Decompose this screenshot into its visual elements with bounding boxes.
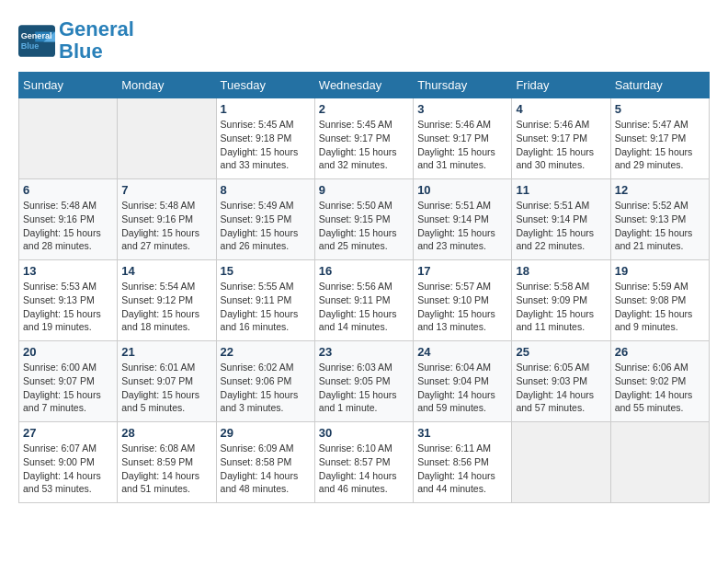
calendar-cell bbox=[118, 98, 216, 179]
day-info: Sunrise: 5:51 AM Sunset: 9:14 PM Dayligh… bbox=[516, 199, 606, 253]
calendar-cell: 4 Sunrise: 5:46 AM Sunset: 9:17 PM Dayli… bbox=[512, 98, 610, 179]
weekday-header: Monday bbox=[118, 73, 216, 98]
logo: General Blue General Blue bbox=[18, 18, 134, 63]
calendar-cell: 20 Sunrise: 6:00 AM Sunset: 9:07 PM Dayl… bbox=[19, 341, 118, 422]
calendar-cell bbox=[512, 422, 610, 503]
calendar-cell: 31 Sunrise: 6:11 AM Sunset: 8:56 PM Dayl… bbox=[414, 422, 512, 503]
day-number: 19 bbox=[615, 264, 705, 278]
logo-icon: General Blue bbox=[18, 25, 55, 57]
day-info: Sunrise: 6:01 AM Sunset: 9:07 PM Dayligh… bbox=[121, 361, 211, 415]
weekday-header: Sunday bbox=[19, 73, 118, 98]
day-info: Sunrise: 5:56 AM Sunset: 9:11 PM Dayligh… bbox=[319, 280, 409, 334]
day-info: Sunrise: 5:48 AM Sunset: 9:16 PM Dayligh… bbox=[23, 199, 113, 253]
calendar-cell: 18 Sunrise: 5:58 AM Sunset: 9:09 PM Dayl… bbox=[512, 260, 610, 341]
day-number: 31 bbox=[417, 426, 507, 440]
day-info: Sunrise: 6:02 AM Sunset: 9:06 PM Dayligh… bbox=[221, 361, 311, 415]
calendar-cell: 27 Sunrise: 6:07 AM Sunset: 9:00 PM Dayl… bbox=[19, 422, 118, 503]
day-info: Sunrise: 6:04 AM Sunset: 9:04 PM Dayligh… bbox=[417, 361, 507, 415]
calendar-cell: 22 Sunrise: 6:02 AM Sunset: 9:06 PM Dayl… bbox=[216, 341, 314, 422]
calendar-cell: 23 Sunrise: 6:03 AM Sunset: 9:05 PM Dayl… bbox=[314, 341, 413, 422]
calendar-week-row: 20 Sunrise: 6:00 AM Sunset: 9:07 PM Dayl… bbox=[19, 341, 710, 422]
day-info: Sunrise: 6:05 AM Sunset: 9:03 PM Dayligh… bbox=[516, 361, 606, 415]
logo-text-line1: General bbox=[59, 18, 134, 40]
calendar-cell: 6 Sunrise: 5:48 AM Sunset: 9:16 PM Dayli… bbox=[19, 179, 118, 260]
day-number: 3 bbox=[417, 102, 507, 116]
calendar-cell: 26 Sunrise: 6:06 AM Sunset: 9:02 PM Dayl… bbox=[610, 341, 709, 422]
calendar-cell: 25 Sunrise: 6:05 AM Sunset: 9:03 PM Dayl… bbox=[512, 341, 610, 422]
day-info: Sunrise: 5:58 AM Sunset: 9:09 PM Dayligh… bbox=[516, 280, 606, 334]
calendar-cell: 5 Sunrise: 5:47 AM Sunset: 9:17 PM Dayli… bbox=[610, 98, 709, 179]
calendar-cell: 11 Sunrise: 5:51 AM Sunset: 9:14 PM Dayl… bbox=[512, 179, 610, 260]
calendar-cell: 29 Sunrise: 6:09 AM Sunset: 8:58 PM Dayl… bbox=[216, 422, 314, 503]
day-number: 13 bbox=[23, 264, 113, 278]
calendar-week-row: 6 Sunrise: 5:48 AM Sunset: 9:16 PM Dayli… bbox=[19, 179, 710, 260]
calendar-cell: 17 Sunrise: 5:57 AM Sunset: 9:10 PM Dayl… bbox=[414, 260, 512, 341]
day-number: 17 bbox=[417, 264, 507, 278]
weekday-header: Friday bbox=[512, 73, 610, 98]
day-number: 1 bbox=[221, 102, 311, 116]
day-number: 29 bbox=[221, 426, 311, 440]
day-number: 21 bbox=[121, 345, 211, 359]
day-number: 16 bbox=[319, 264, 409, 278]
calendar-cell: 13 Sunrise: 5:53 AM Sunset: 9:13 PM Dayl… bbox=[19, 260, 118, 341]
day-number: 2 bbox=[319, 102, 409, 116]
day-info: Sunrise: 5:48 AM Sunset: 9:16 PM Dayligh… bbox=[121, 199, 211, 253]
calendar-cell: 30 Sunrise: 6:10 AM Sunset: 8:57 PM Dayl… bbox=[314, 422, 413, 503]
page-header: General Blue General Blue bbox=[18, 18, 710, 63]
calendar-cell bbox=[19, 98, 118, 179]
calendar-cell: 7 Sunrise: 5:48 AM Sunset: 9:16 PM Dayli… bbox=[118, 179, 216, 260]
calendar-cell: 28 Sunrise: 6:08 AM Sunset: 8:59 PM Dayl… bbox=[118, 422, 216, 503]
day-info: Sunrise: 5:47 AM Sunset: 9:17 PM Dayligh… bbox=[615, 118, 705, 172]
calendar-cell: 24 Sunrise: 6:04 AM Sunset: 9:04 PM Dayl… bbox=[414, 341, 512, 422]
day-number: 14 bbox=[121, 264, 211, 278]
calendar-cell: 3 Sunrise: 5:46 AM Sunset: 9:17 PM Dayli… bbox=[414, 98, 512, 179]
day-info: Sunrise: 5:52 AM Sunset: 9:13 PM Dayligh… bbox=[615, 199, 705, 253]
day-number: 9 bbox=[319, 183, 409, 197]
day-info: Sunrise: 6:03 AM Sunset: 9:05 PM Dayligh… bbox=[319, 361, 409, 415]
day-number: 22 bbox=[221, 345, 311, 359]
day-number: 30 bbox=[319, 426, 409, 440]
day-number: 11 bbox=[516, 183, 606, 197]
day-info: Sunrise: 5:49 AM Sunset: 9:15 PM Dayligh… bbox=[221, 199, 311, 253]
calendar-cell: 15 Sunrise: 5:55 AM Sunset: 9:11 PM Dayl… bbox=[216, 260, 314, 341]
day-info: Sunrise: 5:46 AM Sunset: 9:17 PM Dayligh… bbox=[516, 118, 606, 172]
day-number: 5 bbox=[615, 102, 705, 116]
day-number: 6 bbox=[23, 183, 113, 197]
calendar-table: SundayMondayTuesdayWednesdayThursdayFrid… bbox=[18, 72, 710, 503]
day-number: 23 bbox=[319, 345, 409, 359]
day-number: 27 bbox=[23, 426, 113, 440]
day-info: Sunrise: 6:06 AM Sunset: 9:02 PM Dayligh… bbox=[615, 361, 705, 415]
day-number: 12 bbox=[615, 183, 705, 197]
day-number: 4 bbox=[516, 102, 606, 116]
day-info: Sunrise: 5:57 AM Sunset: 9:10 PM Dayligh… bbox=[417, 280, 507, 334]
weekday-header: Tuesday bbox=[216, 73, 314, 98]
calendar-week-row: 27 Sunrise: 6:07 AM Sunset: 9:00 PM Dayl… bbox=[19, 422, 710, 503]
calendar-week-row: 1 Sunrise: 5:45 AM Sunset: 9:18 PM Dayli… bbox=[19, 98, 710, 179]
calendar-cell: 8 Sunrise: 5:49 AM Sunset: 9:15 PM Dayli… bbox=[216, 179, 314, 260]
day-info: Sunrise: 6:08 AM Sunset: 8:59 PM Dayligh… bbox=[121, 442, 211, 496]
day-info: Sunrise: 5:59 AM Sunset: 9:08 PM Dayligh… bbox=[615, 280, 705, 334]
calendar-cell: 16 Sunrise: 5:56 AM Sunset: 9:11 PM Dayl… bbox=[314, 260, 413, 341]
day-info: Sunrise: 6:09 AM Sunset: 8:58 PM Dayligh… bbox=[221, 442, 311, 496]
day-info: Sunrise: 5:55 AM Sunset: 9:11 PM Dayligh… bbox=[221, 280, 311, 334]
calendar-header-row: SundayMondayTuesdayWednesdayThursdayFrid… bbox=[19, 73, 710, 98]
day-number: 8 bbox=[221, 183, 311, 197]
calendar-cell: 1 Sunrise: 5:45 AM Sunset: 9:18 PM Dayli… bbox=[216, 98, 314, 179]
day-number: 15 bbox=[221, 264, 311, 278]
calendar-week-row: 13 Sunrise: 5:53 AM Sunset: 9:13 PM Dayl… bbox=[19, 260, 710, 341]
day-info: Sunrise: 5:46 AM Sunset: 9:17 PM Dayligh… bbox=[417, 118, 507, 172]
day-number: 26 bbox=[615, 345, 705, 359]
day-number: 25 bbox=[516, 345, 606, 359]
svg-text:General: General bbox=[21, 30, 52, 40]
svg-text:Blue: Blue bbox=[21, 40, 40, 50]
day-info: Sunrise: 6:00 AM Sunset: 9:07 PM Dayligh… bbox=[23, 361, 113, 415]
day-info: Sunrise: 5:54 AM Sunset: 9:12 PM Dayligh… bbox=[121, 280, 211, 334]
day-number: 24 bbox=[417, 345, 507, 359]
calendar-cell: 21 Sunrise: 6:01 AM Sunset: 9:07 PM Dayl… bbox=[118, 341, 216, 422]
day-number: 7 bbox=[121, 183, 211, 197]
calendar-cell: 14 Sunrise: 5:54 AM Sunset: 9:12 PM Dayl… bbox=[118, 260, 216, 341]
logo-text-line2: Blue bbox=[59, 40, 134, 63]
calendar-cell: 2 Sunrise: 5:45 AM Sunset: 9:17 PM Dayli… bbox=[314, 98, 413, 179]
day-number: 20 bbox=[23, 345, 113, 359]
day-info: Sunrise: 5:51 AM Sunset: 9:14 PM Dayligh… bbox=[417, 199, 507, 253]
